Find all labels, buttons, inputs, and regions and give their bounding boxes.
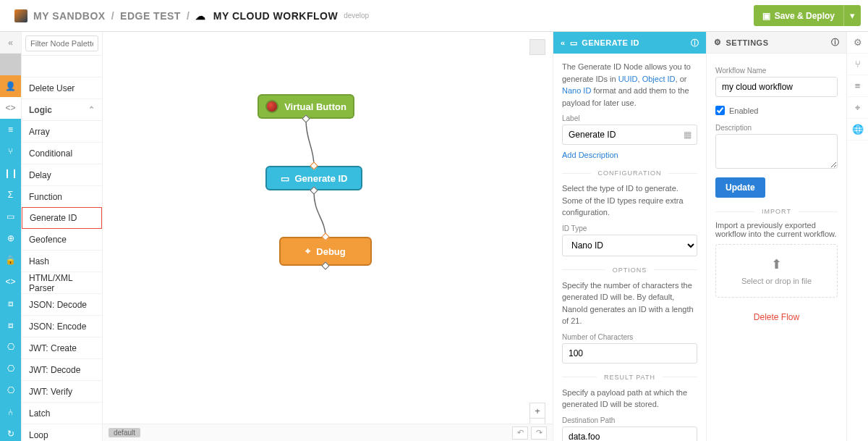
palette-item-loop[interactable]: Loop <box>22 424 102 441</box>
enabled-checkbox[interactable] <box>715 106 725 115</box>
zoom-in-button[interactable]: + <box>529 403 545 419</box>
node-input-port[interactable] <box>310 161 318 169</box>
palette-item-function[interactable]: Function <box>22 186 102 208</box>
numchar-label: Number of Characters <box>562 333 697 341</box>
html-parser-icon[interactable]: <> <box>0 271 21 293</box>
json-decode-icon[interactable]: ⧈ <box>0 293 21 314</box>
delete-flow-link[interactable]: Delete Flow <box>715 312 838 322</box>
app-header: MY SANDBOX / EDGE TEST / ☁ MY CLOUD WORK… <box>0 0 868 32</box>
palette-icon-rail: « 👤 <> ≡ ⑂ ❙❙ Σ ▭ ⊕ 🔒 <> ⧈ ⧈ ⎔ ⎔ ⎔ ⑃ ↻ <box>0 32 22 441</box>
function-icon[interactable]: Σ <box>0 184 21 206</box>
globe-rail-button[interactable]: 🌐 <box>847 119 868 140</box>
node-palette: Delete User Logic ⌃ Array Conditional De… <box>22 32 103 441</box>
palette-user-icon[interactable]: 👤 <box>0 75 21 97</box>
generate-id-node[interactable]: ▭ Generate ID <box>265 166 362 190</box>
objectid-link[interactable]: Object ID <box>642 75 676 83</box>
section-resultpath: RESULT PATH <box>597 374 663 381</box>
node-input-port[interactable] <box>321 232 329 240</box>
generate-id-icon[interactable]: ▭ <box>0 206 21 227</box>
description-textarea[interactable] <box>715 134 838 169</box>
latch-icon[interactable]: ⑃ <box>0 401 21 423</box>
palette-item-array[interactable]: Array <box>22 121 102 143</box>
node-label: Debug <box>316 246 345 257</box>
node-config-panel: « ▭ GENERATE ID ⓘ The Generate ID Node a… <box>553 32 706 441</box>
branch-rail-button[interactable]: ⑂ <box>847 54 868 75</box>
numchar-input[interactable] <box>562 343 697 364</box>
palette-item-generate-id[interactable]: Generate ID <box>22 207 102 229</box>
section-configuration: CONFIGURATION <box>591 169 669 177</box>
palette-item-html-parser[interactable]: HTML/XML Parser <box>22 272 102 294</box>
canvas-toggle-button[interactable] <box>529 39 545 55</box>
canvas-footer: default ↶ ↷ <box>103 424 553 441</box>
collapse-icon[interactable]: « <box>561 38 566 47</box>
settings-rail-button[interactable]: ⚙ <box>847 32 868 54</box>
chevron-up-icon: ⌃ <box>88 105 95 114</box>
storage-rail-button[interactable]: ≡ <box>847 75 868 97</box>
config-help: Select the type of ID to generate. Some … <box>562 182 697 219</box>
jwt-decode-icon[interactable]: ⎔ <box>0 358 21 379</box>
jwt-create-icon[interactable]: ⎔ <box>0 336 21 358</box>
palette-item-json-decode[interactable]: JSON: Decode <box>22 294 102 316</box>
array-icon[interactable]: ≡ <box>0 119 21 140</box>
import-dropzone[interactable]: ⬆ Select or drop in file <box>715 244 838 298</box>
logic-category-icon[interactable]: <> <box>0 97 21 119</box>
breadcrumb-sandbox[interactable]: MY SANDBOX <box>33 10 106 22</box>
virtual-button-icon <box>265 100 278 113</box>
update-button[interactable]: Update <box>715 177 765 198</box>
category-label: Logic <box>29 105 52 115</box>
workflow-name-label: Workflow Name <box>715 67 838 75</box>
collapse-palette-button[interactable]: « <box>0 32 21 54</box>
options-help: Specify the number of characters the gen… <box>562 280 697 327</box>
label-input[interactable] <box>562 125 697 145</box>
save-icon: ▣ <box>762 11 770 21</box>
template-icon[interactable]: ▦ <box>684 130 692 140</box>
save-deploy-label: Save & Deploy <box>775 11 835 21</box>
debug-rail-button[interactable]: ⌖ <box>847 97 868 119</box>
palette-icon[interactable] <box>0 54 21 75</box>
help-icon[interactable]: ⓘ <box>831 37 840 48</box>
hash-icon[interactable]: 🔒 <box>0 249 21 271</box>
palette-item-delay[interactable]: Delay <box>22 164 102 186</box>
json-encode-icon[interactable]: ⧈ <box>0 314 21 336</box>
palette-item-geofence[interactable]: Geofence <box>22 229 102 251</box>
palette-item-hash[interactable]: Hash <box>22 251 102 272</box>
workflow-name-input[interactable] <box>715 77 838 97</box>
palette-item-json-encode[interactable]: JSON: Encode <box>22 316 102 337</box>
cloud-icon: ☁ <box>195 10 206 22</box>
debug-node[interactable]: ⌖ Debug <box>279 237 372 266</box>
palette-item-latch[interactable]: Latch <box>22 403 102 424</box>
loop-icon[interactable]: ↻ <box>0 423 21 441</box>
delay-icon[interactable]: ❙❙ <box>0 162 21 184</box>
uuid-link[interactable]: UUID <box>618 75 638 83</box>
version-tag[interactable]: default <box>109 428 140 437</box>
palette-item-delete-user[interactable]: Delete User <box>22 77 102 99</box>
node-output-port[interactable] <box>302 114 310 122</box>
deploy-dropdown-button[interactable]: ▾ <box>843 5 861 26</box>
workflow-canvas[interactable]: Virtual Button ▭ Generate ID ⌖ Debug + −… <box>103 32 553 441</box>
save-deploy-button[interactable]: ▣ Save & Deploy <box>754 5 843 26</box>
palette-category-logic[interactable]: Logic ⌃ <box>22 99 102 121</box>
palette-item-jwt-decode[interactable]: JWT: Decode <box>22 359 102 381</box>
node-output-port[interactable] <box>321 261 329 269</box>
conditional-icon[interactable]: ⑂ <box>0 140 21 162</box>
nanoid-link[interactable]: Nano ID <box>562 86 591 95</box>
breadcrumb-workflow[interactable]: MY CLOUD WORKFLOW <box>213 10 338 22</box>
palette-item-jwt-create[interactable]: JWT: Create <box>22 337 102 359</box>
undo-button[interactable]: ↶ <box>512 427 528 440</box>
palette-item-jwt-verify[interactable]: JWT: Verify <box>22 381 102 403</box>
palette-item-conditional[interactable]: Conditional <box>22 143 102 164</box>
idtype-select[interactable]: Nano ID <box>562 235 697 256</box>
idtype-label: ID Type <box>562 224 697 232</box>
redo-button[interactable]: ↷ <box>531 427 547 440</box>
destpath-input[interactable] <box>562 427 697 442</box>
geofence-icon[interactable]: ⊕ <box>0 227 21 249</box>
node-output-port[interactable] <box>310 186 318 194</box>
breadcrumb-edge[interactable]: EDGE TEST <box>120 10 181 22</box>
add-description-link[interactable]: Add Description <box>562 151 697 159</box>
jwt-verify-icon[interactable]: ⎔ <box>0 379 21 401</box>
virtual-button-node[interactable]: Virtual Button <box>258 94 354 119</box>
palette-filter-input[interactable] <box>25 35 98 51</box>
palette-item-blank[interactable] <box>22 56 102 77</box>
help-icon[interactable]: ⓘ <box>691 38 699 49</box>
avatar <box>14 9 27 22</box>
